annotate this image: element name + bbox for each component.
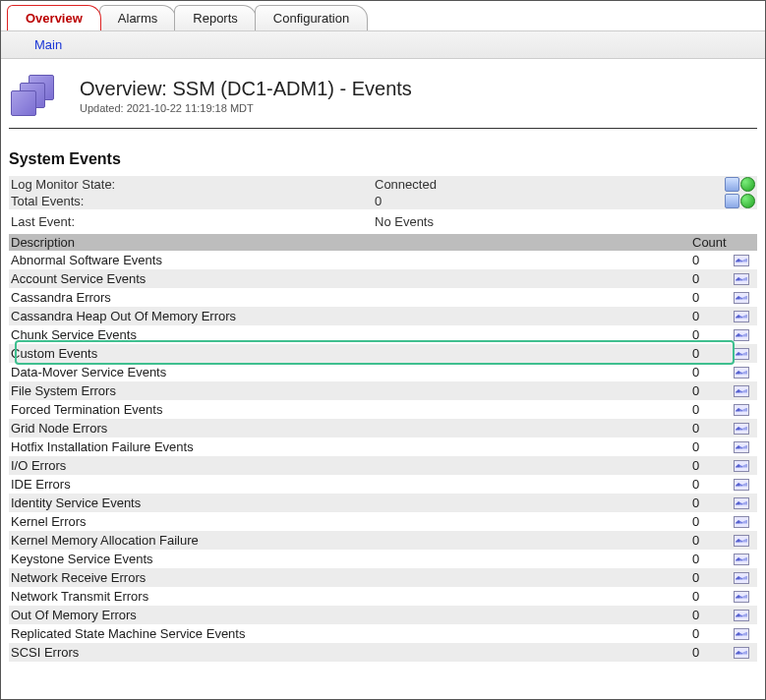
ok-status-icon xyxy=(740,177,755,192)
chart-icon[interactable] xyxy=(734,367,749,379)
tab-overview[interactable]: Overview xyxy=(7,5,101,30)
event-description: Keystone Service Events xyxy=(11,552,692,566)
event-description: Identity Service Events xyxy=(11,496,692,510)
tab-configuration[interactable]: Configuration xyxy=(255,5,368,30)
chart-icon[interactable] xyxy=(734,273,749,285)
event-row: Keystone Service Events0 xyxy=(9,550,757,568)
event-count: 0 xyxy=(692,439,734,454)
event-row: File System Errors0 xyxy=(9,381,757,400)
event-row: Out Of Memory Errors0 xyxy=(9,606,757,624)
section-heading: System Events xyxy=(9,150,757,168)
chart-icon[interactable] xyxy=(734,479,749,491)
event-description: Grid Node Errors xyxy=(11,421,692,436)
chart-icon[interactable] xyxy=(734,610,749,621)
event-count: 0 xyxy=(692,253,734,267)
chart-icon[interactable] xyxy=(734,329,749,341)
event-row: SCSI Errors0 xyxy=(9,643,757,662)
event-count: 0 xyxy=(692,570,734,585)
col-description: Description xyxy=(11,235,692,250)
event-count: 0 xyxy=(692,496,734,510)
event-row: IDE Errors0 xyxy=(9,475,757,494)
event-count: 0 xyxy=(692,608,734,622)
chart-icon[interactable] xyxy=(734,535,749,547)
event-description: Account Service Events xyxy=(11,271,692,286)
event-row: Kernel Memory Allocation Failure0 xyxy=(9,531,757,550)
chart-icon[interactable] xyxy=(734,572,749,584)
chart-icon[interactable] xyxy=(734,423,749,435)
event-description: Chunk Service Events xyxy=(11,327,692,342)
event-description: Abnormal Software Events xyxy=(11,253,692,267)
event-row: Cassandra Heap Out Of Memory Errors0 xyxy=(9,307,757,325)
chart-icon[interactable] xyxy=(734,591,749,603)
event-row: Chunk Service Events0 xyxy=(9,325,757,344)
last-event-label: Last Event: xyxy=(11,214,375,229)
event-description: File System Errors xyxy=(11,383,692,398)
event-description: Custom Events xyxy=(11,346,692,361)
col-count: Count xyxy=(692,235,734,250)
event-count: 0 xyxy=(692,552,734,566)
event-row: Network Transmit Errors0 xyxy=(9,587,757,606)
chart-icon[interactable] xyxy=(734,554,749,565)
event-count: 0 xyxy=(692,645,734,660)
event-description: Out Of Memory Errors xyxy=(11,608,692,622)
event-count: 0 xyxy=(692,458,734,473)
event-count: 0 xyxy=(692,533,734,548)
event-description: Kernel Memory Allocation Failure xyxy=(11,533,692,548)
chart-icon[interactable] xyxy=(734,628,749,640)
chart-icon[interactable] xyxy=(734,441,749,453)
event-description: I/O Errors xyxy=(11,458,692,473)
status-row: Log Monitor State:Connected xyxy=(9,176,757,193)
chart-icon[interactable] xyxy=(734,385,749,397)
event-row: Network Receive Errors0 xyxy=(9,568,757,587)
chart-icon[interactable] xyxy=(734,255,749,266)
tab-bar: Overview Alarms Reports Configuration xyxy=(1,1,765,30)
status-icons xyxy=(725,177,755,192)
subnav-main-link[interactable]: Main xyxy=(34,37,62,52)
event-description: Forced Termination Events xyxy=(11,402,692,417)
status-label: Log Monitor State: xyxy=(11,177,375,192)
event-description: Network Transmit Errors xyxy=(11,589,692,604)
event-row: Kernel Errors0 xyxy=(9,512,757,531)
event-row: Cassandra Errors0 xyxy=(9,288,757,307)
event-count: 0 xyxy=(692,309,734,323)
chart-icon[interactable] xyxy=(734,404,749,416)
chart-icon[interactable] xyxy=(734,647,749,659)
event-description: SCSI Errors xyxy=(11,645,692,660)
event-count: 0 xyxy=(692,514,734,529)
event-row: Hotfix Installation Failure Events0 xyxy=(9,438,757,456)
chart-icon[interactable] xyxy=(734,460,749,472)
status-block: Log Monitor State:ConnectedTotal Events:… xyxy=(9,176,757,209)
updated-timestamp: Updated: 2021-10-22 11:19:18 MDT xyxy=(80,102,412,114)
event-row: Forced Termination Events0 xyxy=(9,400,757,419)
events-table-body: Abnormal Software Events0Account Service… xyxy=(9,251,757,662)
chart-icon[interactable] xyxy=(734,311,749,322)
ok-status-icon xyxy=(740,194,755,208)
event-description: IDE Errors xyxy=(11,477,692,492)
chart-icon[interactable] xyxy=(734,516,749,528)
tab-reports[interactable]: Reports xyxy=(174,5,257,30)
chart-icon[interactable] xyxy=(734,292,749,304)
events-table-header: Description Count xyxy=(9,234,757,251)
event-count: 0 xyxy=(692,365,734,379)
event-row: Custom Events0 xyxy=(9,344,757,363)
tab-alarms[interactable]: Alarms xyxy=(99,5,176,30)
event-description: Kernel Errors xyxy=(11,514,692,529)
event-count: 0 xyxy=(692,271,734,286)
chart-icon[interactable] xyxy=(725,194,739,208)
status-label: Total Events: xyxy=(11,194,375,208)
status-icons xyxy=(725,194,755,208)
event-count: 0 xyxy=(692,346,734,361)
event-count: 0 xyxy=(692,626,734,641)
status-value: Connected xyxy=(375,177,725,192)
event-description: Hotfix Installation Failure Events xyxy=(11,439,692,454)
event-description: Cassandra Errors xyxy=(11,290,692,305)
chart-icon[interactable] xyxy=(725,177,739,192)
divider xyxy=(9,128,757,129)
page-header: Overview: SSM (DC1-ADM1) - Events Update… xyxy=(1,59,765,128)
chart-icon[interactable] xyxy=(734,348,749,360)
event-count: 0 xyxy=(692,402,734,417)
event-row: Identity Service Events0 xyxy=(9,494,757,512)
chart-icon[interactable] xyxy=(734,497,749,509)
content-area: System Events Log Monitor State:Connecte… xyxy=(1,150,765,662)
event-count: 0 xyxy=(692,327,734,342)
